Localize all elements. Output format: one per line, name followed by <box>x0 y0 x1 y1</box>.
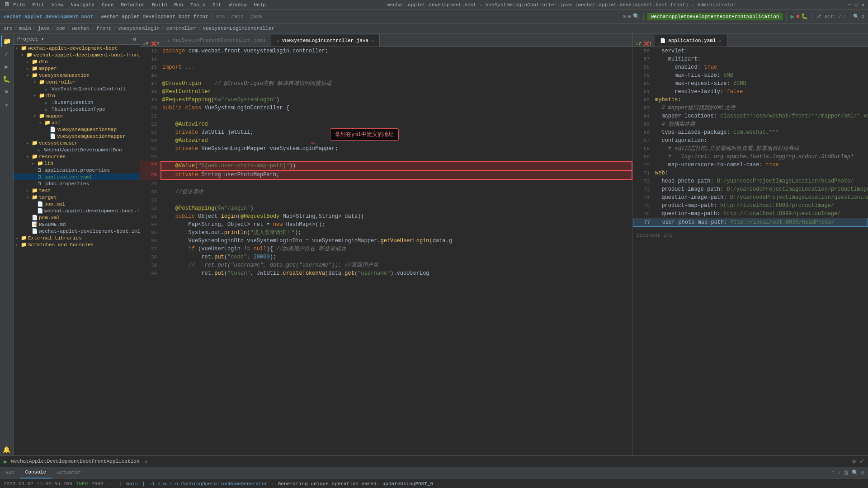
tree-item[interactable]: ▸📁test <box>14 187 140 194</box>
toolbar-java: java <box>250 14 262 19</box>
menu-tools[interactable]: Tools <box>190 2 205 8</box>
tab-console[interactable]: Console <box>20 467 52 479</box>
activity-commit[interactable]: ✓ <box>1 48 13 60</box>
scroll-down-icon[interactable]: ↓ <box>838 469 841 476</box>
settings-gear-icon[interactable]: ⚙ <box>861 14 864 19</box>
tree-item[interactable]: ▾📁controller <box>14 79 140 85</box>
tree-item[interactable]: 📄wechat-applet-development-boot.iml <box>14 228 140 235</box>
run-settings-icon[interactable]: ⚙ <box>852 458 856 465</box>
bc-com[interactable]: com <box>56 26 65 31</box>
tree-item[interactable]: 📄VueSystemQuestionMapper <box>14 133 140 140</box>
tab-actuator[interactable]: Actuator <box>52 467 86 479</box>
stop-btn-icon[interactable]: ■ <box>796 14 799 20</box>
code-line: 22 @Autowired <box>140 120 632 128</box>
tree-item[interactable]: 📄VueSystemQuestionMap <box>14 126 140 133</box>
bc-src[interactable]: src <box>4 26 13 31</box>
clear-console-icon[interactable]: 🗑 <box>844 469 849 476</box>
panel-settings-icon[interactable]: ⚙ <box>133 36 136 42</box>
tree-item[interactable]: 📄pom.xml <box>14 214 140 221</box>
tree-item[interactable]: ▾📁dto <box>14 92 140 99</box>
doc-info: Document 1/1 <box>633 229 868 242</box>
menu-run[interactable]: Run <box>174 2 183 8</box>
tree-item[interactable]: ▾📁wechat-applet-development-boot <box>14 45 140 52</box>
menu-code[interactable]: Code <box>102 2 113 8</box>
menu-refactor[interactable]: Refactor <box>121 2 145 8</box>
run-btn-icon[interactable]: ▶ <box>790 13 794 20</box>
run-expand-icon[interactable]: ⤢ <box>859 458 864 465</box>
tree-item[interactable]: ▸📁External Libraries <box>14 235 140 241</box>
menu-help[interactable]: Help <box>254 2 266 8</box>
bc-vuesystemlogin[interactable]: vuesystemlogin <box>118 26 160 31</box>
sep3 <box>643 13 644 21</box>
toolbar-search-icon[interactable]: 🔍 <box>633 13 640 20</box>
tree-item[interactable]: ▾📁vuesystemquestion <box>14 72 140 79</box>
toolbar-settings-icon[interactable]: ⚙ <box>623 13 626 20</box>
run-close-icon[interactable]: ✕ <box>145 459 148 465</box>
tree-item[interactable]: ▸📁lib <box>14 160 140 167</box>
console-output[interactable]: 2023-03-07 11:00:54.205 INFO 7668 --- [m… <box>0 479 868 488</box>
tree-item-yaml[interactable]: 🗒application.yaml <box>14 174 140 180</box>
tab-product-controller[interactable]: ☕ VueSystemProductController.java <box>162 34 271 47</box>
git-push-icon[interactable]: ↑ <box>843 14 846 19</box>
tab-yaml[interactable]: 📄 application.yaml ✕ <box>655 34 727 47</box>
menu-view[interactable]: View <box>52 2 63 8</box>
code-line-28: 28 private String userPhotoMapPath; <box>140 171 632 180</box>
bc-front[interactable]: front <box>96 26 111 31</box>
filter-icon[interactable]: 🔍 <box>852 469 859 476</box>
bc-class[interactable]: VueSystemLoginController <box>203 26 274 31</box>
toolbar-layout-icon[interactable]: ⊞ <box>627 13 631 20</box>
menu-bar[interactable]: File Edit View Navigate Code Refactor Bu… <box>13 2 266 8</box>
tree-item[interactable]: ▾📁mapper <box>14 113 140 119</box>
left-code-editor[interactable]: 13 package com.wechat.front.vuesystemlog… <box>140 47 632 455</box>
search-everywhere-icon[interactable]: 🔍 <box>853 14 859 19</box>
tree-item[interactable]: 🗒jdbc.properties <box>14 180 140 187</box>
tab-close-yaml-icon[interactable]: ✕ <box>719 38 722 43</box>
activity-project[interactable]: 📁 <box>1 35 13 47</box>
bc-java[interactable]: java <box>38 26 49 31</box>
tree-item[interactable]: ▸📁vuesystemuser <box>14 140 140 146</box>
debug-btn-icon[interactable]: 🐛 <box>801 13 808 20</box>
activity-fav[interactable]: ★ <box>1 99 13 110</box>
tree-item[interactable]: ☕VueSystemQuestionControll <box>14 85 140 92</box>
tree-item[interactable]: ☕TbUserQuestion <box>14 99 140 106</box>
activity-debug[interactable]: 🐛 <box>1 73 13 85</box>
menu-file[interactable]: File <box>13 2 25 8</box>
tree-item[interactable]: ▸📁Scratches and Consoles <box>14 241 140 248</box>
tab-label: application.yaml <box>668 38 716 43</box>
tree-item[interactable]: ▾📁target <box>14 194 140 201</box>
activity-notifications[interactable]: 🔔 <box>1 444 13 455</box>
tree-item[interactable]: 📄wechat-applet-development-boot-front.im… <box>14 207 140 214</box>
git-branch-icon: ⎇ Git: <box>816 14 836 19</box>
activity-run[interactable]: ▶ <box>1 61 13 72</box>
tree-item[interactable]: ▾📁wechat-applet-development-boot-front <box>14 52 140 58</box>
tree-item[interactable]: ▾📁xml <box>14 119 140 126</box>
settings-console-icon[interactable]: ⚙ <box>861 469 864 476</box>
menu-navigate[interactable]: Navigate <box>71 2 94 8</box>
tree-item[interactable]: ▸📁mapper <box>14 65 140 72</box>
yaml-editor[interactable]: 56 servlet: 57 multipart: 58 enabled: tr… <box>633 47 868 455</box>
activity-structure[interactable]: ≡ <box>1 86 13 98</box>
tab-login-controller[interactable]: ☕ VueSystemLoginController.java ✕ <box>271 34 380 47</box>
run-icon[interactable]: ▶ <box>4 458 7 465</box>
tab-run[interactable]: Run <box>0 467 20 479</box>
yaml-line: 56 servlet: <box>633 47 868 55</box>
tree-item[interactable]: 📝README.md <box>14 221 140 228</box>
bc-controller[interactable]: controller <box>166 26 196 31</box>
tree-item[interactable]: ☕TbUserQuestionType <box>14 106 140 113</box>
tree-item[interactable]: ▾📁resources <box>14 153 140 160</box>
tree-item[interactable]: 🗒application.properties <box>14 167 140 174</box>
menu-git[interactable]: Git <box>212 2 222 8</box>
tab-close-icon[interactable]: ✕ <box>371 38 374 43</box>
bc-wechat[interactable]: wechat <box>72 26 90 31</box>
git-status-icon[interactable]: ✓ <box>838 14 841 19</box>
bc-main[interactable]: main <box>19 26 31 31</box>
tree-item[interactable]: ▸📁dto <box>14 58 140 65</box>
tree-item[interactable]: 📄pom.xml <box>14 201 140 207</box>
yaml-line: 66 type-aliases-package: com.wechat.*** <box>633 128 868 136</box>
menu-build[interactable]: Build <box>152 2 167 8</box>
menu-edit[interactable]: Edit <box>32 2 44 8</box>
scroll-up-icon[interactable]: ↑ <box>831 469 835 476</box>
tree-item[interactable]: ☕WechatAppletDevelopmentBoo <box>14 146 140 153</box>
menu-window[interactable]: Window <box>229 2 247 8</box>
run-app-btn[interactable]: WechatAppletDevelopmentBootFrontApplicat… <box>647 13 783 20</box>
